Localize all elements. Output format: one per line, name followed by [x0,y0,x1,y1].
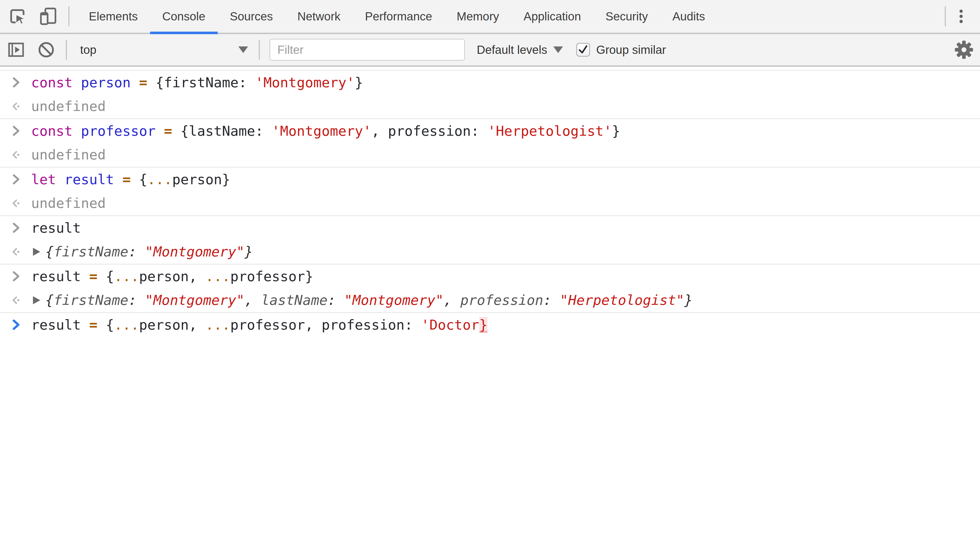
context-selector[interactable]: top [67,34,259,65]
inspect-element-button[interactable] [2,0,33,33]
message-text: let result = {...person} [31,171,230,187]
console-command: result [0,215,980,240]
filter-input[interactable] [269,39,465,61]
clear-console-icon [37,41,56,59]
console-prompt[interactable]: result = {...person, ...professor, profe… [0,312,980,337]
command-chevron-icon [11,173,21,186]
message-gutter [11,173,31,186]
result-arrow-icon [11,246,23,257]
chevron-down-icon [553,46,563,53]
toolbar-divider [68,6,69,26]
clear-console-button[interactable] [31,34,61,65]
message-gutter [11,221,31,234]
tab-audits[interactable]: Audits [660,0,718,33]
result-arrow-icon [11,198,23,209]
tab-sources[interactable]: Sources [218,0,285,33]
checkmark-icon [577,44,589,56]
message-text: result [31,220,81,236]
message-gutter [11,318,31,331]
console-toolbar: top Default levels Group similar [0,34,980,67]
message-text: const person = {firstName: 'Montgomery'} [31,75,363,91]
group-similar-label: Group similar [596,43,666,57]
tab-network[interactable]: Network [285,0,353,33]
console-result: undefined [0,143,980,167]
expand-triangle-icon [31,295,41,305]
console-result-object: {firstName: "Montgomery", lastName: "Mon… [0,288,980,312]
console-sidebar-icon [7,41,25,58]
message-gutter [11,124,31,138]
expand-object-button[interactable] [31,247,41,257]
console-command: const professor = {lastName: 'Montgomery… [0,118,980,143]
message-gutter [11,246,31,257]
message-text: {firstName: "Montgomery"} [45,244,253,260]
message-text: undefined [31,98,106,114]
console-command: const person = {firstName: 'Montgomery'} [0,70,980,94]
console-result: undefined [0,94,980,118]
tabbar-spacer [718,0,945,33]
inspect-icon [8,7,27,26]
console-command: result = {...person, ...professor} [0,264,980,288]
context-selector-value: top [80,43,97,57]
kebab-menu-icon [953,8,969,24]
prompt-chevron-icon [11,318,21,331]
command-chevron-icon [11,124,21,138]
expand-object-button[interactable] [31,295,41,305]
result-arrow-icon [11,295,23,306]
tab-console[interactable]: Console [150,0,218,33]
chevron-down-icon [239,46,248,53]
message-text: {firstName: "Montgomery", lastName: "Mon… [45,292,693,308]
message-gutter [11,76,31,89]
tab-memory[interactable]: Memory [444,0,511,33]
message-gutter [11,295,31,306]
group-similar-control[interactable]: Group similar [576,43,666,57]
command-chevron-icon [11,221,21,234]
message-text: undefined [31,147,106,163]
console-result: undefined [0,191,980,215]
log-levels-label: Default levels [477,43,547,57]
console-sidebar-button[interactable] [1,34,31,65]
devtools-tabbar: ElementsConsoleSourcesNetworkPerformance… [0,0,980,34]
group-similar-checkbox[interactable] [576,43,590,57]
more-options-button[interactable] [946,0,977,33]
command-chevron-icon [11,76,21,89]
message-gutter [11,198,31,209]
devtools-window: ElementsConsoleSourcesNetworkPerformance… [0,0,980,551]
message-gutter [11,101,31,112]
tab-security[interactable]: Security [593,0,660,33]
device-toolbar-button[interactable] [33,0,63,33]
toolbar-divider [259,40,260,60]
message-text: result = {...person, ...professor} [31,268,313,284]
result-arrow-icon [11,149,23,160]
console-command: let result = {...person} [0,167,980,191]
expand-triangle-icon [31,247,41,257]
log-levels-dropdown[interactable]: Default levels [477,43,563,57]
tab-application[interactable]: Application [511,0,593,33]
panel-tabs: ElementsConsoleSourcesNetworkPerformance… [76,0,718,33]
tab-performance[interactable]: Performance [353,0,444,33]
command-chevron-icon [11,270,21,283]
message-gutter [11,149,31,160]
gear-icon [953,39,975,60]
result-arrow-icon [11,101,23,112]
console-result-object: {firstName: "Montgomery"} [0,240,980,264]
message-text: const professor = {lastName: 'Montgomery… [31,123,620,139]
tab-elements[interactable]: Elements [76,0,150,33]
console-messages[interactable]: const person = {firstName: 'Montgomery'}… [0,67,980,337]
message-text: undefined [31,195,106,211]
device-toolbar-icon [38,6,58,26]
settings-button[interactable] [949,34,979,65]
message-text: result = {...person, ...professor, profe… [31,317,487,333]
message-gutter [11,270,31,283]
